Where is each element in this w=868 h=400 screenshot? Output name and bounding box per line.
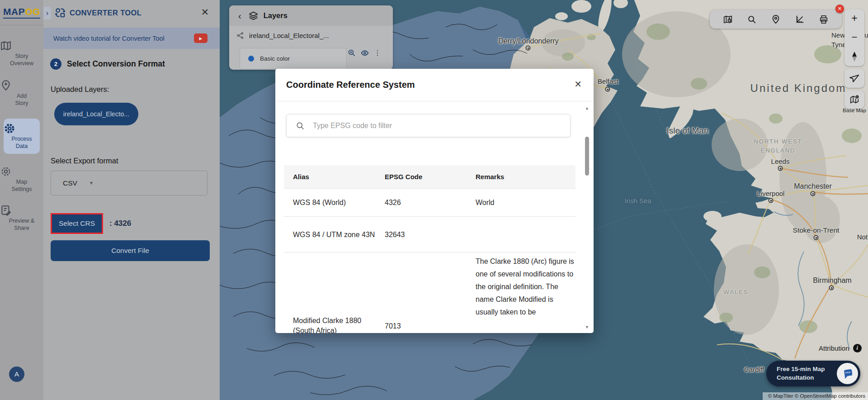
user-avatar[interactable]: A [9,367,24,382]
modal-title: Coordinate Reference System [286,80,415,90]
table-row[interactable]: Modified Clarke 1880 (South Africa) 7013… [284,252,576,333]
export-format-label: Select Export format [51,157,118,165]
table-header-row: Alias EPSG Code Remarks [284,165,576,188]
layer-name: ireland_Local_Electoral_... [249,32,329,39]
logo-map-text: MAP [3,6,25,17]
layer-row[interactable]: ireland_Local_Electoral_... [236,32,329,39]
map-settings-icon [0,166,12,177]
cell-alias: WGS 84 (World) [293,198,377,208]
map-label-united-kingdom: United Kingdom [750,82,847,95]
zoom-in-button[interactable]: + [851,13,857,24]
map-label-cardiff: Cardiff [744,366,764,373]
cell-epsg-code: 4326 [385,198,466,208]
locate-me-button[interactable] [844,69,864,88]
location-pin-icon[interactable] [771,14,781,24]
zoom-out-button[interactable]: − [851,32,857,43]
chat-bubble-circle [837,363,858,384]
close-icon[interactable]: ✕ [201,7,209,18]
map-label-birmingham: Birmingham [813,276,851,285]
search-icon[interactable] [747,14,757,24]
layers-panel-title: Layers [264,11,288,20]
youtube-icon: ▶ [194,33,208,43]
map-preview-icon[interactable] [723,14,733,24]
city-dot-stoke [814,235,819,240]
step-title: Select Conversion Format [67,59,165,69]
base-map-button[interactable] [844,90,864,109]
map-label-belfast: Belfast [598,77,618,85]
map-label-wales: WALES [723,288,748,297]
app-root: Derry/Londonderry Belfast Isle of Man Un… [0,0,868,400]
sidebar-item-map-settings[interactable]: Map Settings [0,166,43,193]
cell-alias: Modified Clarke 1880 (South Africa) [293,316,377,333]
city-dot-leeds [778,166,783,171]
map-label-derry: Derry/Londonderry [498,37,558,45]
scrollbar-thumb[interactable] [585,137,589,176]
layer-style-box[interactable]: Basic color [240,48,347,69]
layers-panel: ‹ Layers ireland_Local_Electoral_... ⋮ [229,5,393,70]
video-tutorial-banner[interactable]: Watch video tutorial for Converter Tool … [43,28,220,49]
converter-panel: › CONVERTER TOOL ✕ Watch video tutorial … [43,0,220,400]
sidebar-item-add-story[interactable]: Add Story [0,80,43,107]
attribution: Attribution i [819,344,862,352]
consultation-button[interactable]: Free 15-min Map Consultation [766,361,860,386]
map-label-irish-sea: Irish Sea [624,197,651,205]
converter-tool-icon [54,7,66,19]
export-format-select[interactable]: CSV ▼ [51,171,208,195]
sidebar-item-label: Add Story [10,93,33,107]
city-dot-derry [526,46,531,51]
city-dot-belfast [605,87,610,92]
app-logo[interactable]: MAPOG [0,0,43,25]
modal-close-icon[interactable]: ✕ [574,79,582,90]
map-label-leeds: Leeds [771,157,790,165]
layer-style-label: Basic color [260,55,290,62]
print-icon[interactable] [819,14,829,24]
search-icon [296,121,305,130]
zoom-to-layer-icon[interactable] [348,49,356,57]
chevron-down-icon: ▼ [89,181,94,186]
collapse-chevron-icon[interactable]: › [43,7,51,19]
sidebar-item-label: Story Overview [5,53,38,67]
add-story-icon [0,80,12,91]
back-chevron-icon[interactable]: ‹ [238,11,241,20]
step-number-badge: 2 [50,58,61,70]
scroll-down-icon[interactable]: ▼ [584,325,590,329]
layers-panel-header: ‹ Layers [229,5,393,26]
map-label-isle-of-man: Isle of Man [667,126,709,136]
zoom-controls: + − [844,9,864,66]
crs-value: : 4326 [109,219,131,228]
story-overview-icon [0,40,12,52]
cell-epsg-code: 32643 [385,230,466,240]
info-icon[interactable]: i [853,344,862,352]
vector-layer-icon [236,32,244,39]
table-row[interactable]: WGS 84 / UTM zone 43N 32643 [284,216,576,252]
crs-row: Select CRS : 4326 [51,213,131,234]
compass-icon[interactable] [849,51,859,62]
modal-divider [275,101,594,101]
layer-color-swatch [248,56,254,62]
map-toolbar [710,10,842,29]
navigation-arrow-icon [849,73,859,83]
scroll-up-icon[interactable]: ▲ [584,106,590,110]
toolbar-close-badge[interactable]: ✕ [835,5,844,13]
sidebar-item-preview-share[interactable]: Preview & Share [0,205,43,232]
sidebar-item-label: Map Settings [8,179,35,193]
convert-file-button[interactable]: Convert File [51,240,210,261]
city-dot-manchester [811,191,816,196]
layers-icon [249,11,258,20]
layer-menu-icon[interactable]: ⋮ [374,49,381,57]
left-rail: MAPOG Story Overview Add Story Process D… [0,0,43,400]
epsg-search-input[interactable] [312,121,570,130]
modal-scrollbar: ▲ ▼ [584,106,590,329]
map-label-north-west-england: NORTH WEST ENGLAND [754,137,802,155]
column-header-epsg: EPSG Code [385,173,466,181]
sidebar-item-story-overview[interactable]: Story Overview [0,40,43,67]
cell-remarks: World [476,198,574,208]
select-crs-button[interactable]: Select CRS [51,213,103,234]
uploaded-layer-chip[interactable]: ireland_Local_Electo... [54,103,138,125]
sidebar-item-process-data[interactable]: Process Data [4,119,40,154]
visibility-eye-icon[interactable] [361,49,369,57]
column-header-alias: Alias [293,173,377,181]
map-label-liverpool: Liverpool [757,190,785,197]
table-row[interactable]: WGS 84 (World) 4326 World [284,188,576,217]
measure-icon[interactable] [795,14,805,24]
